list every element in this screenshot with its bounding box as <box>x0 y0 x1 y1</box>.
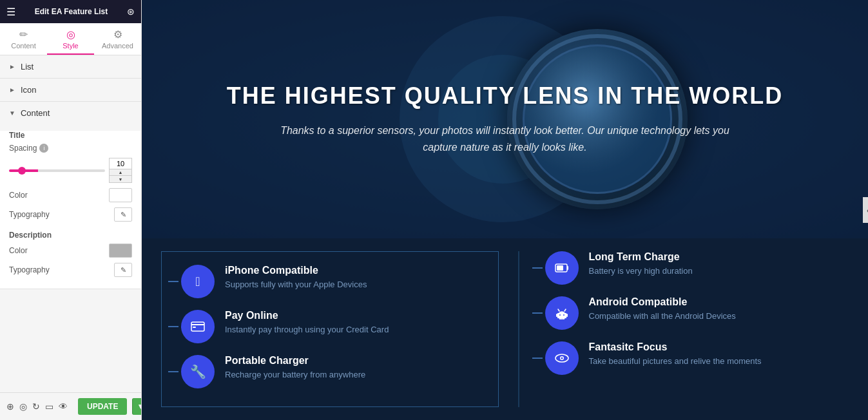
svg-rect-15 <box>563 318 564 320</box>
feature-android-text: Android Compatible Compatible with all t… <box>589 296 849 322</box>
feature-pay: Pay Online Instantly pay through using y… <box>181 310 485 343</box>
advanced-tab-icon: ⚙ <box>113 28 122 41</box>
desc-color-swatch[interactable] <box>109 243 132 258</box>
feature-pay-icon <box>181 310 215 343</box>
feature-charger-text: Portable Charger Recharge your battery f… <box>225 355 485 381</box>
feature-charger-title: Portable Charger <box>225 355 485 367</box>
spacing-decrement[interactable]: ▼ <box>110 176 131 182</box>
feature-focus-text: Fantasitc Focus Take beautiful pictures … <box>589 341 849 367</box>
feature-iphone-text: iPhone Compatible Supports fully with yo… <box>225 265 485 291</box>
feature-charger-icon: 🔧 <box>181 355 215 388</box>
feature-focus-icon <box>545 341 579 375</box>
spacing-slider[interactable] <box>9 169 105 172</box>
feature-focus-title: Fantasitc Focus <box>589 341 849 353</box>
feature-android: Android Compatible Compatible with all t… <box>545 296 849 330</box>
svg-point-8 <box>559 314 561 316</box>
icon-arrow-icon: ► <box>9 86 15 93</box>
section-icon-label: Icon <box>21 85 37 95</box>
feature-longterm-title: Long Term Charge <box>589 251 849 263</box>
section-content-header[interactable]: ▼ Content <box>0 102 141 124</box>
title-color-row: Color <box>9 188 132 202</box>
hero-section: THE HIGHEST QUALITY LENS IN THE WORLD Th… <box>142 0 868 238</box>
svg-point-18 <box>561 358 563 359</box>
section-icon-header[interactable]: ► Icon <box>0 79 141 101</box>
title-color-label: Color <box>9 191 109 200</box>
svg-rect-14 <box>559 318 561 320</box>
feature-iphone:  iPhone Compatible Supports fully with … <box>181 265 485 298</box>
svg-rect-2 <box>193 327 196 328</box>
sidebar: ☰ Edit EA Feature List ⊛ ✏ Content ◎ Sty… <box>0 0 142 420</box>
hamburger-icon[interactable]: ☰ <box>6 6 15 18</box>
tab-advanced-label: Advanced <box>102 42 133 50</box>
hero-title: THE HIGHEST QUALITY LENS IN THE WORLD <box>227 82 783 110</box>
description-subsection-label: Description <box>9 231 132 240</box>
title-typography-label: Typography <box>9 210 114 219</box>
spacing-number-input: 10 ▲ ▼ <box>109 158 132 183</box>
spacing-slider-row: 10 ▲ ▼ <box>9 158 132 183</box>
svg-line-10 <box>558 309 559 311</box>
spacing-increment[interactable]: ▲ <box>110 169 131 176</box>
feature-charger: 🔧 Portable Charger Recharge your battery… <box>181 355 485 388</box>
tab-style[interactable]: ◎ Style <box>47 23 94 55</box>
content-section-body: Title Spacing i 10 ▲ ▼ <box>0 131 141 289</box>
style-tab-icon: ◎ <box>66 28 75 41</box>
desc-color-label: Color <box>9 246 109 255</box>
svg-line-11 <box>564 309 566 311</box>
feature-iphone-desc: Supports fully with your Apple Devices <box>225 279 485 291</box>
section-content: ▼ Content Title Spacing i 10 <box>0 102 141 289</box>
tab-advanced[interactable]: ⚙ Advanced <box>94 23 141 55</box>
spacing-value[interactable]: 10 <box>109 158 132 169</box>
desc-typography-edit-btn[interactable]: ✎ <box>114 263 132 277</box>
feature-android-desc: Compatible with all the Android Devices <box>589 310 849 322</box>
update-button[interactable]: UPDATE <box>78 398 127 415</box>
list-arrow-icon: ► <box>9 63 15 70</box>
title-typography-row: Typography ✎ <box>9 207 132 222</box>
section-icon: ► Icon <box>0 79 141 102</box>
content-arrow-icon: ▼ <box>9 110 15 117</box>
feature-focus-desc: Take beautiful pictures and relive the m… <box>589 356 849 367</box>
feature-pay-title: Pay Online <box>225 310 485 321</box>
content-tab-icon: ✏ <box>19 28 28 41</box>
footer-layers-icon[interactable]: ◎ <box>19 399 27 414</box>
spacing-info-icon[interactable]: i <box>39 144 48 153</box>
footer-preview-icon[interactable]: ▭ <box>45 399 53 414</box>
section-list-header[interactable]: ► List <box>0 55 141 78</box>
features-right-column: Long Term Charge Battery is very high du… <box>539 251 849 407</box>
tab-style-label: Style <box>63 42 78 50</box>
desc-color-row: Color <box>9 243 132 258</box>
svg-rect-12 <box>556 314 557 317</box>
footer-add-icon[interactable]: ⊕ <box>6 399 14 414</box>
feature-longterm-text: Long Term Charge Battery is very high du… <box>589 251 849 277</box>
feature-focus: Fantasitc Focus Take beautiful pictures … <box>545 341 849 375</box>
section-list: ► List <box>0 55 141 79</box>
desc-typography-row: Typography ✎ <box>9 263 132 277</box>
svg-rect-7 <box>557 313 566 318</box>
feature-iphone-title: iPhone Compatible <box>225 265 485 276</box>
features-section:  iPhone Compatible Supports fully with … <box>142 238 868 420</box>
features-divider <box>518 251 519 407</box>
features-left-column:  iPhone Compatible Supports fully with … <box>161 251 499 407</box>
feature-longterm-desc: Battery is very high duration <box>589 265 849 277</box>
footer-undo-icon[interactable]: ↻ <box>32 399 40 414</box>
sidebar-footer: ⊕ ◎ ↻ ▭ 👁 UPDATE ▼ <box>0 392 141 420</box>
svg-rect-4 <box>557 265 563 271</box>
sidebar-header: ☰ Edit EA Feature List ⊛ <box>0 0 141 23</box>
update-arrow-button[interactable]: ▼ <box>132 398 142 415</box>
footer-eye-icon[interactable]: 👁 <box>59 399 68 414</box>
main-content: THE HIGHEST QUALITY LENS IN THE WORLD Th… <box>142 0 868 420</box>
feature-android-icon <box>545 296 579 330</box>
title-typography-edit-btn[interactable]: ✎ <box>114 207 132 222</box>
tab-content[interactable]: ✏ Content <box>0 23 47 55</box>
title-color-swatch[interactable] <box>109 188 132 202</box>
section-content-label: Content <box>21 108 50 118</box>
grid-icon[interactable]: ⊛ <box>127 6 135 17</box>
svg-rect-13 <box>566 314 568 317</box>
feature-charger-desc: Recharge your battery from anywhere <box>225 369 485 381</box>
title-subsection-label: Title <box>9 131 132 140</box>
feature-longterm-icon <box>545 251 579 285</box>
sidebar-body: ► List ► Icon ▼ Content Title <box>0 55 141 392</box>
spacing-row: Spacing i <box>9 144 132 153</box>
svg-point-9 <box>563 314 564 316</box>
tab-content-label: Content <box>11 42 36 50</box>
section-list-label: List <box>21 62 34 72</box>
